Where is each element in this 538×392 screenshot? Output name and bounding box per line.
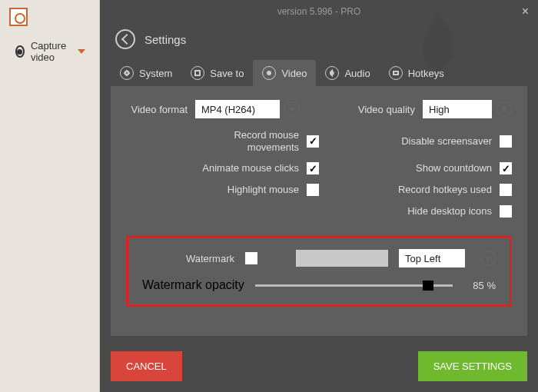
video-icon <box>262 66 276 80</box>
hotkeys-icon <box>389 66 403 80</box>
app-logo <box>9 8 28 26</box>
tab-audio[interactable]: Audio <box>316 60 379 86</box>
watermark-opacity-label: Watermark opacity <box>142 278 244 292</box>
hide-icons-checkbox[interactable] <box>500 205 512 218</box>
video-format-label: Video format <box>126 104 195 115</box>
record-mouse-checkbox[interactable] <box>307 135 319 148</box>
watermark-opacity-slider[interactable] <box>255 284 453 287</box>
audio-icon <box>325 66 339 80</box>
record-icon <box>15 45 25 58</box>
record-hotkeys-label: Record hotkeys used <box>398 184 492 196</box>
svg-rect-1 <box>195 71 200 75</box>
save-icon <box>191 66 204 80</box>
sidebar: Capture video <box>0 0 100 392</box>
close-icon[interactable]: × <box>522 5 529 18</box>
back-button[interactable] <box>115 29 135 49</box>
tab-saveto[interactable]: Save to <box>181 60 253 86</box>
watermark-path-input[interactable] <box>296 250 388 267</box>
watermark-checkbox[interactable] <box>245 252 257 264</box>
svg-point-0 <box>125 71 128 75</box>
video-format-select[interactable]: MP4 (H264) <box>195 100 280 118</box>
disable-screensaver-checkbox[interactable] <box>500 135 512 148</box>
disable-screensaver-label: Disable screensaver <box>401 135 492 148</box>
chevron-down-icon[interactable] <box>496 101 512 117</box>
settings-tabs: System Save to Video Audio Hotkeys <box>100 52 538 86</box>
version-text: version 5.996 - PRO <box>277 6 361 17</box>
capture-video-label: Capture video <box>31 40 71 63</box>
highlight-mouse-checkbox[interactable] <box>307 184 319 196</box>
gear-icon <box>120 66 134 80</box>
video-panel: Video format MP4 (H264) Video quality Hi… <box>111 86 527 336</box>
main-panel: version 5.996 - PRO × Settings System Sa… <box>100 0 538 392</box>
capture-video-item[interactable]: Capture video <box>0 34 99 69</box>
animate-clicks-checkbox[interactable] <box>307 162 319 174</box>
app-title: version 5.996 - PRO × <box>100 0 538 20</box>
svg-point-2 <box>267 71 271 75</box>
animate-clicks-label: Animate mouse clicks <box>202 162 299 174</box>
video-quality-label: Video quality <box>358 104 423 115</box>
watermark-section: Watermark Top Left Watermark opacity 85 … <box>126 236 512 307</box>
watermark-position-select[interactable]: Top Left <box>399 249 465 267</box>
chevron-down-icon[interactable] <box>480 251 496 266</box>
record-hotkeys-checkbox[interactable] <box>500 184 512 196</box>
cancel-button[interactable]: CANCEL <box>111 351 182 381</box>
show-countdown-label: Show countdown <box>416 162 492 174</box>
hide-icons-label: Hide desktop icons <box>407 205 492 218</box>
svg-rect-3 <box>394 71 398 75</box>
save-settings-button[interactable]: SAVE SETTINGS <box>418 351 527 381</box>
record-mouse-label: Record mouse movements <box>222 129 299 153</box>
show-countdown-checkbox[interactable] <box>500 162 512 174</box>
video-quality-select[interactable]: High <box>423 100 492 118</box>
chevron-down-icon <box>78 49 85 54</box>
settings-title: Settings <box>144 33 186 46</box>
watermark-opacity-value: 85 % <box>463 280 496 291</box>
watermark-label: Watermark <box>142 253 234 264</box>
highlight-mouse-label: Highlight mouse <box>227 184 299 196</box>
chevron-down-icon[interactable] <box>284 101 300 117</box>
tab-video[interactable]: Video <box>253 60 316 86</box>
flame-decoration <box>407 8 469 77</box>
slider-thumb[interactable] <box>423 281 433 291</box>
tab-system[interactable]: System <box>111 60 181 86</box>
